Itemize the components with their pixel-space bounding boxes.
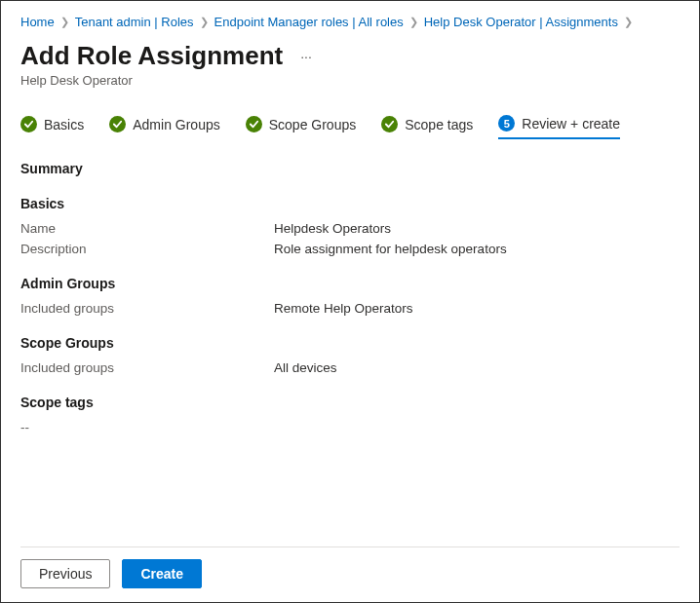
section-admin-groups-title: Admin Groups bbox=[20, 276, 680, 291]
chevron-right-icon: ❯ bbox=[200, 16, 209, 28]
tab-label: Admin Groups bbox=[133, 117, 219, 132]
footer-actions: Previous Create bbox=[20, 546, 680, 588]
label-name: Name bbox=[20, 221, 274, 236]
tab-scope-tags[interactable]: Scope tags bbox=[381, 115, 473, 139]
tab-admin-groups[interactable]: Admin Groups bbox=[109, 115, 219, 139]
tab-label: Review + create bbox=[522, 116, 620, 132]
breadcrumb-link-tenant-admin[interactable]: Tenant admin | Roles bbox=[75, 15, 194, 29]
check-icon bbox=[246, 116, 262, 132]
value-admin-included: Remote Help Operators bbox=[274, 301, 413, 316]
section-basics-title: Basics bbox=[20, 196, 680, 211]
summary-content: Summary Basics Name Helpdesk Operators D… bbox=[20, 159, 680, 546]
chevron-right-icon: ❯ bbox=[624, 16, 633, 28]
page-subtitle: Help Desk Operator bbox=[20, 73, 680, 88]
previous-button[interactable]: Previous bbox=[20, 559, 110, 588]
tab-basics[interactable]: Basics bbox=[20, 115, 84, 139]
breadcrumb: Home ❯ Tenant admin | Roles ❯ Endpoint M… bbox=[20, 15, 680, 29]
create-button[interactable]: Create bbox=[122, 559, 202, 588]
chevron-right-icon: ❯ bbox=[409, 16, 418, 28]
breadcrumb-link-assignments[interactable]: Help Desk Operator | Assignments bbox=[424, 15, 618, 29]
title-row: Add Role Assignment ··· bbox=[20, 41, 680, 71]
row-description: Description Role assignment for helpdesk… bbox=[20, 242, 680, 256]
tab-label: Basics bbox=[44, 117, 84, 132]
tab-label: Scope tags bbox=[405, 117, 473, 132]
tab-review-create[interactable]: 5 Review + create bbox=[498, 115, 620, 139]
wizard-tabs: Basics Admin Groups Scope Groups Scope t… bbox=[20, 115, 680, 139]
value-scope-tags: -- bbox=[20, 420, 274, 434]
step-number-icon: 5 bbox=[498, 115, 515, 132]
row-admin-included: Included groups Remote Help Operators bbox=[20, 301, 680, 316]
label-admin-included: Included groups bbox=[20, 301, 274, 316]
breadcrumb-link-home[interactable]: Home bbox=[20, 15, 55, 29]
label-description: Description bbox=[20, 242, 274, 256]
value-scope-included: All devices bbox=[274, 360, 337, 375]
row-scope-included: Included groups All devices bbox=[20, 360, 680, 375]
value-description: Role assignment for helpdesk operators bbox=[274, 242, 507, 256]
tab-label: Scope Groups bbox=[269, 117, 357, 132]
breadcrumb-link-endpoint-roles[interactable]: Endpoint Manager roles | All roles bbox=[214, 15, 404, 29]
page-title: Add Role Assignment bbox=[20, 41, 283, 71]
section-scope-tags-title: Scope tags bbox=[20, 395, 680, 410]
check-icon bbox=[109, 116, 126, 132]
summary-heading: Summary bbox=[20, 161, 680, 176]
label-scope-included: Included groups bbox=[20, 360, 274, 375]
value-name: Helpdesk Operators bbox=[274, 221, 391, 236]
row-scope-tags: -- bbox=[20, 420, 680, 434]
tab-scope-groups[interactable]: Scope Groups bbox=[246, 115, 357, 139]
more-actions-button[interactable]: ··· bbox=[296, 47, 316, 66]
page-root: Home ❯ Tenant admin | Roles ❯ Endpoint M… bbox=[0, 0, 700, 603]
section-scope-groups-title: Scope Groups bbox=[20, 335, 680, 351]
check-icon bbox=[381, 116, 398, 132]
check-icon bbox=[20, 116, 37, 132]
row-name: Name Helpdesk Operators bbox=[20, 221, 680, 236]
chevron-right-icon: ❯ bbox=[60, 16, 69, 28]
